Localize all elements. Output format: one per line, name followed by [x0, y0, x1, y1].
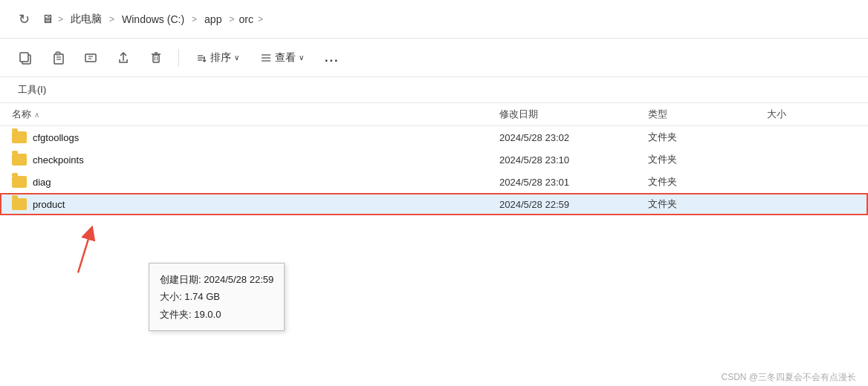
- file-type: 文件夹: [648, 175, 767, 189]
- paste-button[interactable]: [45, 45, 71, 71]
- copy-button[interactable]: [12, 45, 39, 71]
- more-button[interactable]: ...: [317, 47, 346, 69]
- file-name: cfgtoollogs: [33, 132, 79, 143]
- computer-icon: 🖥: [42, 13, 54, 26]
- svg-rect-9: [153, 55, 159, 62]
- watermark: CSDN @三冬四夏会不会有点漫长: [721, 371, 856, 384]
- breadcrumb-sep-1: >: [109, 14, 114, 24]
- file-date: 2024/5/28 22:59: [499, 199, 648, 210]
- file-type: 文件夹: [648, 197, 767, 211]
- breadcrumb-sep-0: >: [58, 14, 63, 24]
- file-date: 2024/5/28 23:10: [499, 154, 648, 166]
- toolbar-divider: [178, 49, 179, 67]
- folder-icon: [12, 154, 27, 166]
- col-header-date[interactable]: 修改日期: [499, 108, 648, 121]
- table-row-product[interactable]: product 2024/5/28 22:59 文件夹: [0, 193, 868, 215]
- view-label: 查看: [275, 51, 296, 65]
- view-button[interactable]: 查看 ∨: [253, 47, 311, 69]
- view-chevron: ∨: [299, 53, 304, 62]
- folder-icon: [12, 198, 27, 210]
- table-row[interactable]: cfgtoollogs 2024/5/28 23:02 文件夹: [0, 126, 868, 148]
- breadcrumb-item-windows[interactable]: Windows (C:): [119, 12, 187, 27]
- svg-rect-6: [85, 54, 96, 62]
- file-name-cell: cfgtoollogs: [12, 131, 499, 143]
- tooltip-size-label: 大小:: [160, 291, 182, 302]
- tooltip-files-label: 文件夹:: [160, 309, 192, 320]
- file-list-container: 名称 ∧ 修改日期 类型 大小 cfgtoollogs 2024/5/28 23…: [0, 103, 868, 386]
- file-date: 2024/5/28 23:02: [499, 132, 648, 143]
- share-button[interactable]: [110, 45, 137, 71]
- arrow-annotation: [59, 218, 134, 278]
- sort-arrow-name: ∧: [34, 111, 39, 119]
- file-name-cell: checkpoints: [12, 154, 499, 166]
- col-header-name[interactable]: 名称 ∧: [12, 108, 499, 121]
- breadcrumb-current: orc: [239, 13, 253, 25]
- file-rows: cfgtoollogs 2024/5/28 23:02 文件夹 checkpoi…: [0, 126, 868, 215]
- file-name: product: [33, 199, 65, 210]
- tooltip-created-value: 2024/5/28 22:59: [204, 274, 273, 285]
- table-row[interactable]: diag 2024/5/28 23:01 文件夹: [0, 171, 868, 193]
- breadcrumb-item-app[interactable]: app: [201, 12, 224, 27]
- file-name-cell: product: [12, 198, 499, 210]
- file-type: 文件夹: [648, 131, 767, 144]
- tools-menu[interactable]: 工具(I): [12, 80, 52, 99]
- folder-tooltip: 创建日期: 2024/5/28 22:59 大小: 1.74 GB 文件夹: 1…: [149, 263, 285, 331]
- tooltip-created-label: 创建日期:: [160, 274, 201, 285]
- svg-rect-1: [20, 53, 28, 62]
- sort-label: 排序: [210, 51, 231, 65]
- file-name-cell: diag: [12, 176, 499, 188]
- sort-button[interactable]: 排序 ∨: [188, 47, 247, 69]
- folder-icon: [12, 176, 27, 188]
- nav-bar: ↻ 🖥 > 此电脑 > Windows (C:) > app > orc >: [0, 0, 868, 39]
- col-header-type[interactable]: 类型: [648, 108, 767, 121]
- col-header-size[interactable]: 大小: [767, 108, 856, 121]
- tooltip-size-value: 1.74 GB: [184, 291, 220, 302]
- breadcrumb-sep-2: >: [192, 14, 197, 24]
- column-headers: 名称 ∧ 修改日期 类型 大小: [0, 103, 868, 126]
- rename-button[interactable]: [77, 45, 104, 71]
- refresh-button[interactable]: ↻: [12, 7, 36, 31]
- tooltip-files-value: 19.0.0: [194, 309, 221, 320]
- breadcrumb: 🖥 > 此电脑 > Windows (C:) > app > orc >: [42, 11, 263, 27]
- folder-icon: [12, 131, 27, 143]
- file-date: 2024/5/28 23:01: [499, 177, 648, 188]
- svg-rect-3: [56, 52, 60, 55]
- breadcrumb-sep-3: >: [229, 14, 234, 24]
- breadcrumb-item-pc[interactable]: 此电脑: [68, 11, 105, 27]
- file-type: 文件夹: [648, 153, 767, 166]
- sort-chevron: ∨: [234, 53, 239, 62]
- toolbar: 排序 ∨ 查看 ∨ ...: [0, 39, 868, 77]
- breadcrumb-sep-4: >: [258, 14, 263, 24]
- menu-bar: 工具(I): [0, 77, 868, 103]
- file-name: diag: [33, 177, 51, 188]
- table-row[interactable]: checkpoints 2024/5/28 23:10 文件夹: [0, 148, 868, 171]
- file-name: checkpoints: [33, 154, 84, 166]
- delete-button[interactable]: [143, 45, 169, 71]
- svg-line-20: [78, 232, 91, 272]
